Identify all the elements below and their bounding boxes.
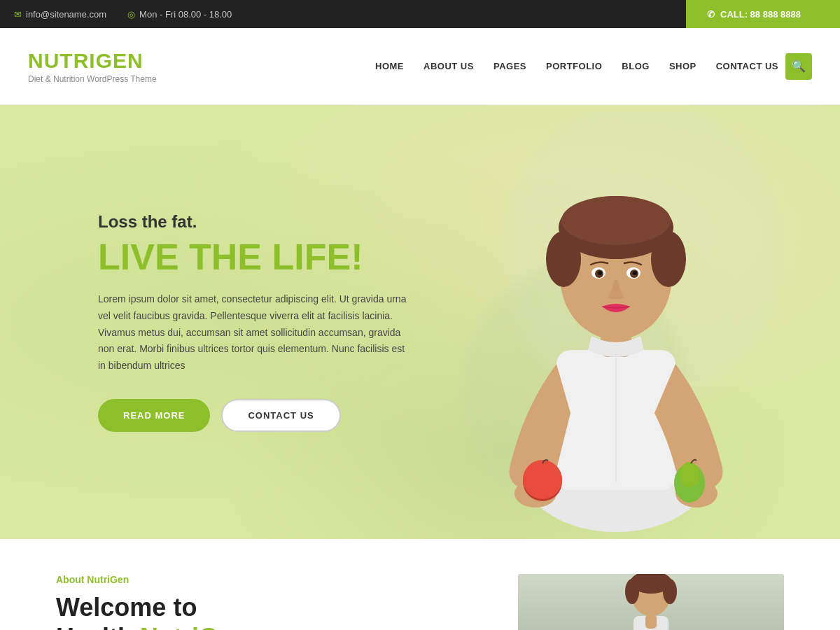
svg-point-28 bbox=[663, 579, 677, 604]
svg-rect-30 bbox=[645, 615, 657, 629]
hero-title-part2: LIFE! bbox=[272, 237, 363, 277]
email-text: info@sitename.com bbox=[26, 9, 106, 20]
hero-tagline: Loss the fat. bbox=[98, 212, 413, 232]
nav-about[interactable]: ABOUT US bbox=[424, 61, 474, 71]
logo[interactable]: NUTRIGEN Diet & Nutrition WordPress Them… bbox=[28, 49, 157, 84]
hero-content: Loss the fat. LIVE THE LIFE! Lorem ipsum… bbox=[0, 212, 413, 432]
phone-icon: ✆ bbox=[707, 9, 715, 20]
clock-icon: ◎ bbox=[127, 9, 135, 20]
hero-section: Loss the fat. LIVE THE LIFE! Lorem ipsum… bbox=[0, 105, 840, 539]
nav-portfolio[interactable]: PORTFOLIO bbox=[546, 61, 602, 71]
header: NUTRIGEN Diet & Nutrition WordPress Them… bbox=[0, 28, 840, 105]
read-more-button[interactable]: READ MORE bbox=[98, 399, 210, 432]
nav-contact[interactable]: CONTACT US bbox=[716, 61, 778, 71]
hero-buttons: READ MORE CONTACT US bbox=[98, 399, 413, 432]
logo-subtitle: Diet & Nutrition WordPress Theme bbox=[28, 74, 157, 84]
nav-shop[interactable]: SHOP bbox=[669, 61, 696, 71]
about-image-svg bbox=[518, 574, 784, 630]
call-button[interactable]: ✆ CALL: 88 888 8888 bbox=[686, 0, 840, 28]
top-bar-left: ✉ info@sitename.com ◎ Mon - Fri 08.00 - … bbox=[14, 9, 686, 20]
logo-part2: GEN bbox=[96, 49, 144, 72]
nav-pages[interactable]: PAGES bbox=[493, 61, 526, 71]
svg-point-27 bbox=[625, 579, 639, 604]
top-bar: ✉ info@sitename.com ◎ Mon - Fri 08.00 - … bbox=[0, 0, 840, 28]
hours-text: Mon - Fri 08.00 - 18.00 bbox=[139, 9, 232, 20]
svg-point-7 bbox=[523, 460, 562, 499]
about-image bbox=[518, 574, 784, 630]
hero-title: LIVE THE LIFE! bbox=[98, 237, 413, 277]
hero-title-part1: LIVE THE bbox=[98, 237, 272, 277]
svg-point-9 bbox=[680, 462, 699, 487]
svg-point-14 bbox=[651, 231, 686, 287]
about-title: Welcome toHealth NutriGen bbox=[56, 592, 490, 630]
about-label: About NutriGen bbox=[56, 574, 490, 585]
hero-description: Lorem ipsum dolor sit amet, consectetur … bbox=[98, 291, 413, 374]
search-button[interactable]: 🔍 bbox=[785, 53, 812, 80]
about-title-accent: NutriGen bbox=[140, 623, 248, 630]
hours-info: ◎ Mon - Fri 08.00 - 18.00 bbox=[127, 9, 232, 20]
main-nav: HOME ABOUT US PAGES PORTFOLIO BLOG SHOP … bbox=[375, 61, 778, 71]
nav-home[interactable]: HOME bbox=[375, 61, 404, 71]
logo-part1: NUTRI bbox=[28, 49, 96, 72]
search-icon: 🔍 bbox=[792, 59, 806, 73]
svg-point-20 bbox=[598, 271, 602, 275]
contact-us-button[interactable]: CONTACT US bbox=[221, 399, 340, 432]
email-info: ✉ info@sitename.com bbox=[14, 9, 106, 20]
email-icon: ✉ bbox=[14, 9, 22, 20]
logo-text: NUTRIGEN bbox=[28, 49, 157, 73]
call-label: CALL: 88 888 8888 bbox=[720, 9, 801, 20]
about-text: About NutriGen Welcome toHealth NutriGen bbox=[56, 574, 518, 630]
svg-point-15 bbox=[561, 196, 671, 245]
nav-blog[interactable]: BLOG bbox=[622, 61, 650, 71]
hero-image bbox=[434, 112, 798, 532]
svg-point-13 bbox=[546, 231, 581, 287]
svg-point-21 bbox=[633, 271, 637, 275]
about-section: About NutriGen Welcome toHealth NutriGen bbox=[0, 539, 840, 630]
